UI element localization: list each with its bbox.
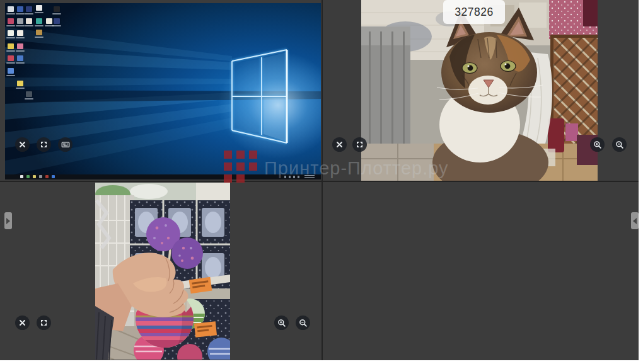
multi-view-grid: 327826 <box>0 0 639 360</box>
fullscreen-button[interactable] <box>37 137 51 152</box>
taskbar-icon[interactable] <box>20 175 23 178</box>
desktop-icon[interactable] <box>8 68 14 74</box>
desktop-icon[interactable] <box>17 43 23 49</box>
desktop-icon[interactable] <box>54 18 60 24</box>
desktop-icons-layer[interactable] <box>5 3 321 174</box>
desktop-icon[interactable] <box>26 91 32 97</box>
taskbar-icon[interactable] <box>26 175 30 178</box>
tray-icon <box>298 176 299 178</box>
tray-icon <box>284 176 286 178</box>
left-edge-expand-button[interactable] <box>4 212 12 229</box>
desktop-icon[interactable] <box>26 6 32 12</box>
tray-icon <box>293 176 295 178</box>
zoom-in-icon <box>277 319 286 327</box>
close-icon <box>18 140 26 149</box>
desktop-icon[interactable] <box>17 18 23 24</box>
desktop-icon[interactable] <box>17 81 23 86</box>
desktop-icon[interactable] <box>26 18 32 24</box>
taskbar-icon[interactable] <box>39 175 42 178</box>
fullscreen-icon <box>40 319 48 327</box>
taskbar-tray-icons[interactable] <box>284 176 299 178</box>
arrow-left-icon <box>633 218 637 224</box>
desktop-icon[interactable] <box>36 30 42 35</box>
close-icon <box>335 140 344 149</box>
tray-icon <box>289 176 291 178</box>
fullscreen-icon <box>40 140 48 149</box>
close-button[interactable] <box>332 137 347 152</box>
close-button[interactable] <box>15 137 30 152</box>
zoom-in-button[interactable] <box>590 137 605 152</box>
taskbar-app-icons[interactable] <box>20 175 55 178</box>
close-icon <box>18 319 26 327</box>
zoom-in-button[interactable] <box>274 316 289 330</box>
fullscreen-icon <box>356 140 364 149</box>
zoom-out-button[interactable] <box>296 316 310 330</box>
arrow-right-icon <box>6 218 10 224</box>
fullscreen-button[interactable] <box>352 137 367 152</box>
panel-cat-photo: 327826 <box>323 0 639 181</box>
taskbar-icon[interactable] <box>45 175 49 178</box>
desktop-taskbar[interactable] <box>5 174 321 179</box>
cat-photo[interactable] <box>361 0 598 181</box>
panel-ball-photo <box>0 182 322 360</box>
taskbar-icon[interactable] <box>33 175 36 178</box>
desktop-icon[interactable] <box>8 18 14 24</box>
desktop-icon[interactable] <box>8 43 14 49</box>
fullscreen-button[interactable] <box>37 316 51 330</box>
zoom-out-icon <box>299 319 308 327</box>
panel-remote-desktop <box>0 0 322 181</box>
zoom-out-button[interactable] <box>612 137 627 152</box>
desktop-icon[interactable] <box>17 6 23 12</box>
desktop-icon[interactable] <box>46 18 52 24</box>
id-badge: 327826 <box>443 0 505 24</box>
knitted-ball-photo[interactable] <box>95 183 230 360</box>
zoom-in-icon <box>593 140 602 149</box>
desktop-icon[interactable] <box>8 55 14 61</box>
desktop-icon[interactable] <box>36 18 42 24</box>
screenshot-root: 327826 <box>0 0 643 364</box>
keyboard-icon <box>61 140 70 149</box>
desktop-icon[interactable] <box>8 6 14 12</box>
desktop-icon[interactable] <box>36 5 42 11</box>
vertical-divider <box>322 0 323 360</box>
desktop-icon[interactable] <box>17 30 23 36</box>
right-edge-expand-button[interactable] <box>631 212 639 229</box>
taskbar-clock <box>304 175 315 179</box>
desktop-icon[interactable] <box>54 6 60 12</box>
close-button[interactable] <box>15 316 30 330</box>
zoom-out-icon <box>615 140 624 149</box>
desktop-icon[interactable] <box>8 30 14 36</box>
panel-empty <box>323 182 639 360</box>
remote-desktop-view[interactable] <box>5 3 321 179</box>
desktop-icon[interactable] <box>17 55 23 61</box>
keyboard-button[interactable] <box>58 137 72 152</box>
taskbar-icon[interactable] <box>52 175 55 178</box>
horizontal-divider <box>0 181 639 182</box>
